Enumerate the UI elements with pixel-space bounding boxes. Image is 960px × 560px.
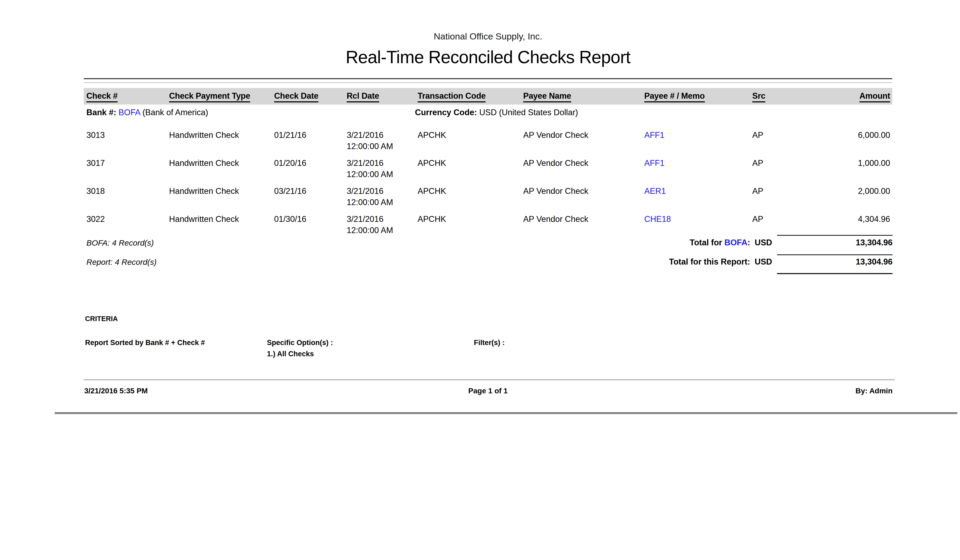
company-name: National Office Supply, Inc. <box>84 31 892 42</box>
col-header-check-no: Check # <box>84 91 166 104</box>
currency-value: USD (United States Dollar) <box>479 108 578 117</box>
cell-payment-type: Handwritten Check <box>166 214 272 236</box>
cell-rcl-date: 3/21/2016 12:00:00 AM <box>344 130 415 152</box>
bank-number: Bank #: BOFA (Bank of America) <box>86 108 208 117</box>
report-record-count: Report: 4 Record(s) <box>86 258 157 267</box>
cell-src: AP <box>750 158 813 180</box>
cell-check-date: 01/20/16 <box>272 158 344 180</box>
cell-payee-memo-link[interactable]: AFF1 <box>642 130 750 152</box>
table-header-bar: Check # Check Payment Type Check Date Rc… <box>84 88 892 104</box>
cell-payee-name: AP Vendor Check <box>520 186 642 208</box>
criteria-sorted-by: Report Sorted by Bank # + Check # <box>85 339 205 347</box>
cell-check-no: 3013 <box>84 130 166 152</box>
cell-rcl-date: 3/21/2016 12:00:00 AM <box>344 214 415 236</box>
currency-code: Currency Code: USD (United States Dollar… <box>415 108 578 117</box>
cell-amount: 6,000.00 <box>813 130 892 152</box>
cell-rcl-date: 3/21/2016 12:00:00 AM <box>344 158 415 180</box>
report-total-amount: 13,304.96 <box>856 257 893 267</box>
criteria-filters-label: Filter(s) : <box>474 339 505 347</box>
cell-payment-type: Handwritten Check <box>166 186 272 208</box>
table-row: 3022 Handwritten Check 01/30/16 3/21/201… <box>84 214 892 236</box>
cell-check-date: 01/30/16 <box>272 214 344 236</box>
cell-payee-memo-link[interactable]: CHE18 <box>642 214 750 236</box>
cell-check-no: 3018 <box>84 186 166 208</box>
report-page: National Office Supply, Inc. Real-Time R… <box>0 0 960 560</box>
footer-separator <box>84 379 895 380</box>
report-title: Real-Time Reconciled Checks Report <box>84 46 892 68</box>
cell-check-date: 01/21/16 <box>272 130 344 152</box>
cell-amount: 2,000.00 <box>813 186 892 208</box>
table-row: 3018 Handwritten Check 03/21/16 3/21/201… <box>84 186 892 208</box>
cell-src: AP <box>750 186 813 208</box>
col-header-transaction-code: Transaction Code <box>415 91 520 104</box>
col-header-src: Src <box>750 91 813 104</box>
cell-check-no: 3017 <box>84 158 166 180</box>
col-header-payment-type: Check Payment Type <box>166 91 272 104</box>
col-header-rcl-date: Rcl Date <box>344 91 415 104</box>
criteria-options-label: Specific Option(s) : <box>267 339 333 347</box>
cell-amount: 1,000.00 <box>813 158 892 180</box>
bank-code-link[interactable]: BOFA <box>119 108 140 117</box>
table-row: 3017 Handwritten Check 01/20/16 3/21/201… <box>84 158 892 180</box>
group-record-count: BOFA: 4 Record(s) <box>86 238 154 248</box>
cell-payment-type: Handwritten Check <box>166 158 272 180</box>
page-bottom-rule <box>55 412 957 414</box>
cell-transaction-code: APCHK <box>415 130 520 152</box>
cell-amount: 4,304.96 <box>813 214 892 236</box>
col-header-payee-name: Payee Name <box>520 91 642 104</box>
cell-rcl-date: 3/21/2016 12:00:00 AM <box>344 186 415 208</box>
bank-label: Bank #: <box>86 108 116 117</box>
cell-payee-name: AP Vendor Check <box>520 158 642 180</box>
title-rule-dark <box>84 78 892 79</box>
group-total-overline <box>777 235 893 236</box>
cell-transaction-code: APCHK <box>415 214 520 236</box>
cell-payee-memo-link[interactable]: AFF1 <box>642 158 750 180</box>
col-header-amount: Amount <box>813 91 892 104</box>
cell-payee-name: AP Vendor Check <box>520 214 642 236</box>
bank-name: (Bank of America) <box>142 108 208 117</box>
group-total-currency: USD <box>755 238 772 248</box>
bank-group-row: Bank #: BOFA (Bank of America) Currency … <box>84 108 892 119</box>
cell-payee-name: AP Vendor Check <box>520 130 642 152</box>
table-row: 3013 Handwritten Check 01/21/16 3/21/201… <box>84 130 892 152</box>
cell-transaction-code: APCHK <box>415 186 520 208</box>
group-total-bank-link[interactable]: BOFA <box>725 238 747 247</box>
cell-payment-type: Handwritten Check <box>166 130 272 152</box>
col-header-check-date: Check Date <box>272 91 344 104</box>
report-total-overline <box>777 254 893 255</box>
footer-generated-by: By: Admin <box>856 387 893 395</box>
footer-page-number: Page 1 of 1 <box>84 387 892 395</box>
criteria-heading: CRITERIA <box>85 315 118 323</box>
group-total-label: Total for BOFA: <box>690 238 750 248</box>
cell-src: AP <box>750 130 813 152</box>
cell-payee-memo-link[interactable]: AER1 <box>642 186 750 208</box>
report-total-underline <box>777 273 893 274</box>
report-total-currency: USD <box>755 257 772 267</box>
cell-check-date: 03/21/16 <box>272 186 344 208</box>
title-rule-light <box>84 82 892 83</box>
report-total-label: Total for this Report: <box>669 257 750 267</box>
cell-src: AP <box>750 214 813 236</box>
cell-transaction-code: APCHK <box>415 158 520 180</box>
criteria-option-item: 1.) All Checks <box>267 350 314 358</box>
col-header-payee-memo: Payee # / Memo <box>642 91 750 104</box>
cell-check-no: 3022 <box>84 214 166 236</box>
group-total-amount: 13,304.96 <box>856 238 893 248</box>
currency-label: Currency Code: <box>415 108 477 117</box>
